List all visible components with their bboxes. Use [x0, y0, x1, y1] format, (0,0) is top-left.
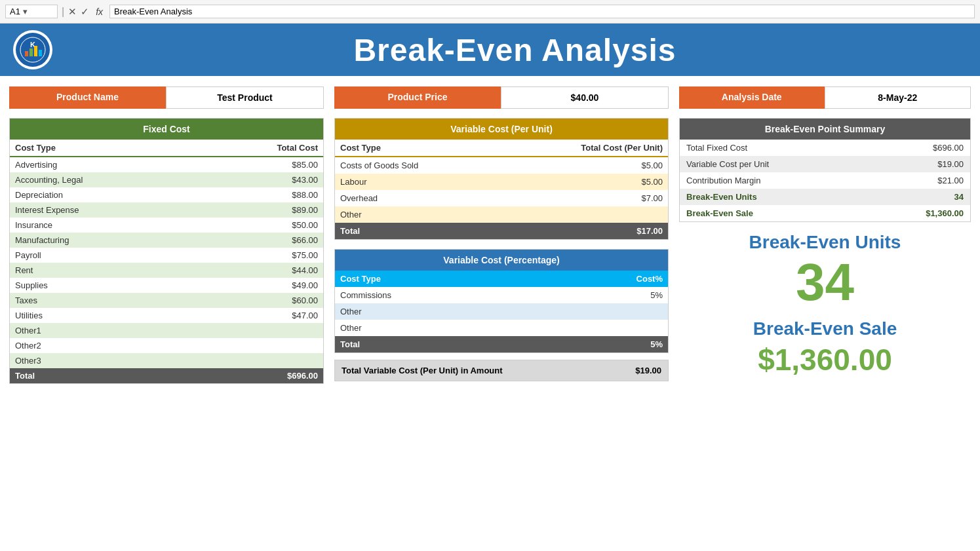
- fixed-cost-type[interactable]: Supplies: [10, 278, 199, 293]
- var-pct-value[interactable]: [543, 303, 668, 320]
- product-price-label: Product Price: [334, 86, 501, 109]
- cell-ref-value: A1: [10, 7, 20, 16]
- fixed-cost-value[interactable]: $60.00: [199, 293, 323, 308]
- fixed-cost-col-type: Cost Type: [10, 140, 199, 157]
- variable-pct-table: Cost Type Cost% Commissions5%OtherOtherT…: [335, 271, 668, 352]
- fixed-cost-value[interactable]: [199, 338, 323, 353]
- fixed-cost-type[interactable]: Advertising: [10, 157, 199, 172]
- variable-pct-table-container: Variable Cost (Percentage) Cost Type Cos…: [334, 249, 669, 353]
- fixed-cost-type[interactable]: Accounting, Legal: [10, 172, 199, 187]
- fixed-cost-row: Utilities$47.00: [10, 308, 323, 323]
- product-price-row: Product Price $40.00: [334, 86, 669, 109]
- svg-rect-3: [29, 48, 33, 56]
- summary-label: Total Fixed Cost: [680, 140, 869, 156]
- summary-label: Break-Even Sale: [680, 205, 869, 221]
- logo: K: [13, 30, 52, 69]
- summary-table: Total Fixed Cost$696.00Variable Cost per…: [680, 140, 970, 221]
- fixed-cost-value[interactable]: $44.00: [199, 263, 323, 278]
- cell-reference[interactable]: A1 ▾: [5, 5, 58, 18]
- bep-sale-label: Break-Even Sale: [679, 318, 971, 340]
- var-unit-total-value: $17.00: [498, 223, 668, 239]
- analysis-date-value[interactable]: 8-May-22: [825, 86, 971, 109]
- var-pct-value[interactable]: [543, 320, 668, 336]
- product-price-value[interactable]: $40.00: [501, 86, 669, 109]
- fixed-cost-row: Other2: [10, 338, 323, 353]
- fixed-cost-type[interactable]: Manufacturing: [10, 233, 199, 248]
- page-header: K Break-Even Analysis: [0, 24, 980, 76]
- formula-input[interactable]: Break-Even Analysis: [109, 5, 975, 18]
- fixed-cost-type[interactable]: Other1: [10, 323, 199, 338]
- summary-row: Contribution Margin$21.00: [680, 172, 970, 189]
- var-unit-value[interactable]: $7.00: [498, 190, 668, 206]
- var-unit-type[interactable]: Labour: [335, 174, 498, 190]
- fixed-cost-value[interactable]: $85.00: [199, 157, 323, 172]
- fixed-cost-value[interactable]: $49.00: [199, 278, 323, 293]
- summary-row: Break-Even Units34: [680, 189, 970, 205]
- var-unit-type[interactable]: Other: [335, 206, 498, 223]
- var-pct-type[interactable]: Other: [335, 320, 543, 336]
- dropdown-icon[interactable]: ▾: [23, 7, 28, 16]
- var-unit-value[interactable]: [498, 206, 668, 223]
- fixed-cost-type[interactable]: Payroll: [10, 248, 199, 263]
- var-unit-row: Overhead$7.00: [335, 190, 668, 206]
- fixed-cost-type[interactable]: Other3: [10, 353, 199, 368]
- var-unit-value[interactable]: $5.00: [498, 174, 668, 190]
- fx-label: fx: [93, 7, 106, 17]
- fixed-cost-row: Accounting, Legal$43.00: [10, 172, 323, 187]
- var-pct-type[interactable]: Other: [335, 303, 543, 320]
- var-unit-type[interactable]: Costs of Goods Sold: [335, 157, 498, 174]
- cancel-icon[interactable]: ✕: [68, 6, 77, 18]
- var-unit-type[interactable]: Overhead: [335, 190, 498, 206]
- formula-bar: A1 ▾ | ✕ ✓ fx Break-Even Analysis: [0, 0, 980, 24]
- fixed-cost-value[interactable]: $50.00: [199, 218, 323, 233]
- fixed-cost-type[interactable]: Depreciation: [10, 187, 199, 202]
- fixed-cost-row: Taxes$60.00: [10, 293, 323, 308]
- summary-section: Analysis Date 8-May-22 Break-Even Point …: [679, 86, 971, 384]
- fixed-cost-type[interactable]: Insurance: [10, 218, 199, 233]
- summary-label: Variable Cost per Unit: [680, 156, 869, 172]
- fixed-cost-row: Insurance$50.00: [10, 218, 323, 233]
- fixed-cost-type[interactable]: Utilities: [10, 308, 199, 323]
- var-pct-row: Other: [335, 303, 668, 320]
- summary-value: $696.00: [869, 140, 970, 156]
- page-title: Break-Even Analysis: [63, 32, 967, 68]
- summary-value: $19.00: [869, 156, 970, 172]
- var-pct-row: Commissions5%: [335, 287, 668, 303]
- summary-title: Break-Even Point Summary: [680, 119, 970, 140]
- fixed-cost-type[interactable]: Other2: [10, 338, 199, 353]
- fixed-cost-row: Manufacturing$66.00: [10, 233, 323, 248]
- bep-units-value: 34: [679, 254, 971, 311]
- fixed-cost-value[interactable]: $47.00: [199, 308, 323, 323]
- total-variable-value: $19.00: [635, 366, 661, 375]
- fixed-cost-type[interactable]: Taxes: [10, 293, 199, 308]
- analysis-date-row: Analysis Date 8-May-22: [679, 86, 971, 109]
- var-pct-col-type: Cost Type: [335, 271, 543, 287]
- fixed-cost-value[interactable]: $43.00: [199, 172, 323, 187]
- fixed-cost-type[interactable]: Rent: [10, 263, 199, 278]
- fixed-cost-value[interactable]: $66.00: [199, 233, 323, 248]
- product-name-value[interactable]: Test Product: [166, 86, 324, 109]
- var-pct-total-row: Total5%: [335, 336, 668, 352]
- fixed-cost-row: Other3: [10, 353, 323, 368]
- main-content: Product Name Test Product Fixed Cost Cos…: [0, 76, 980, 394]
- fixed-cost-value[interactable]: $75.00: [199, 248, 323, 263]
- bep-units-label: Break-Even Units: [679, 231, 971, 254]
- var-pct-value[interactable]: 5%: [543, 287, 668, 303]
- variable-unit-title: Variable Cost (Per Unit): [335, 119, 668, 140]
- var-unit-col-total: Total Cost (Per Unit): [498, 140, 668, 157]
- fixed-cost-value[interactable]: $89.00: [199, 202, 323, 218]
- formula-icons: ✕ ✓: [68, 6, 89, 18]
- var-unit-value[interactable]: $5.00: [498, 157, 668, 174]
- summary-row: Total Fixed Cost$696.00: [680, 140, 970, 156]
- summary-label: Contribution Margin: [680, 172, 869, 189]
- fixed-cost-value[interactable]: $88.00: [199, 187, 323, 202]
- variable-unit-table-container: Variable Cost (Per Unit) Cost Type Total…: [334, 118, 669, 240]
- fixed-cost-row: Interest Expense$89.00: [10, 202, 323, 218]
- var-pct-total-value: 5%: [543, 336, 668, 352]
- fixed-cost-value[interactable]: [199, 353, 323, 368]
- fixed-cost-type[interactable]: Interest Expense: [10, 202, 199, 218]
- var-pct-type[interactable]: Commissions: [335, 287, 543, 303]
- fixed-cost-total-row: Total$696.00: [10, 368, 323, 383]
- fixed-cost-value[interactable]: [199, 323, 323, 338]
- confirm-icon[interactable]: ✓: [81, 6, 89, 18]
